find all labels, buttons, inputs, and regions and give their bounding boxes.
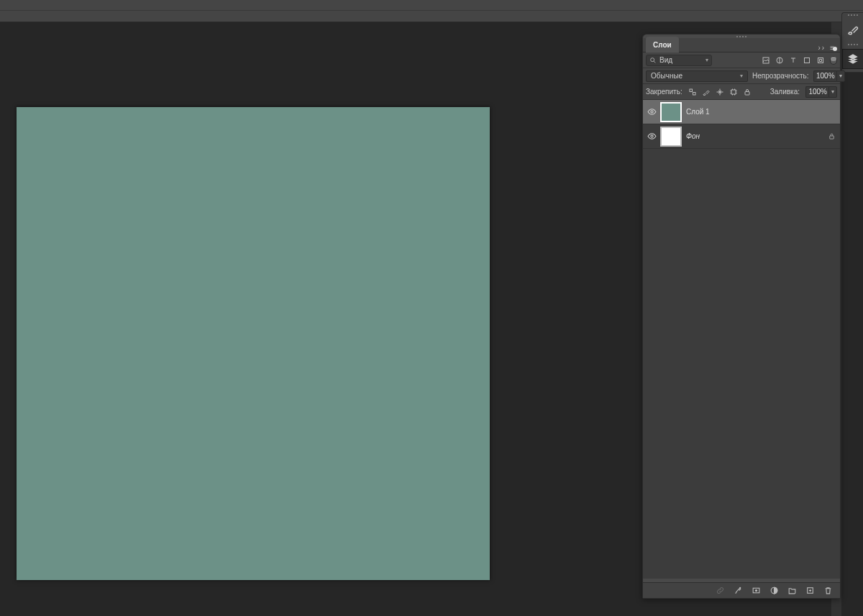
opacity-label: Непрозрачность:: [752, 72, 809, 80]
filter-row: ▾: [643, 52, 840, 68]
tab-layers[interactable]: Слои: [646, 37, 679, 52]
filter-smartobject-icon[interactable]: [816, 56, 825, 65]
lock-icon: [828, 132, 836, 140]
svg-rect-6: [693, 92, 695, 95]
layers-panel-icon[interactable]: [842, 49, 863, 69]
lock-transparency-icon[interactable]: [688, 88, 697, 96]
indicator-dot-icon: [833, 47, 837, 51]
lock-row: Закрепить: Заливка: ▾: [643, 84, 840, 100]
visibility-toggle[interactable]: [643, 132, 660, 141]
lock-brush-icon[interactable]: [702, 88, 711, 96]
menu-bar: [0, 3, 863, 10]
document-canvas[interactable]: [17, 107, 490, 580]
layer-filter-input[interactable]: [659, 56, 703, 64]
adjustment-layer-icon[interactable]: [770, 586, 779, 595]
layer-style-icon[interactable]: [734, 586, 743, 595]
new-layer-icon[interactable]: [805, 586, 815, 595]
brush-panel-icon[interactable]: [842, 19, 863, 40]
svg-point-14: [755, 589, 757, 592]
lock-label: Закрепить:: [646, 88, 682, 96]
svg-point-12: [740, 587, 741, 588]
filter-toggle[interactable]: [830, 56, 837, 65]
lock-artboard-icon[interactable]: [729, 88, 738, 96]
layer-thumbnail[interactable]: [660, 127, 682, 147]
opacity-slider-toggle[interactable]: ▾: [836, 70, 845, 82]
layer-lock-indicator: [823, 132, 840, 140]
filter-shape-icon[interactable]: [803, 56, 811, 65]
blend-mode-select[interactable]: Обычные ▾: [646, 70, 748, 82]
options-bar: [0, 10, 863, 22]
svg-rect-7: [731, 90, 736, 94]
eye-icon: [647, 107, 657, 116]
layer-mask-icon[interactable]: [752, 586, 761, 595]
visibility-toggle[interactable]: [643, 107, 660, 116]
svg-point-10: [650, 135, 652, 137]
panel-tab-row: Слои › › ≡: [643, 38, 840, 52]
svg-point-9: [650, 111, 652, 113]
layer-name[interactable]: Слой 1: [686, 108, 823, 116]
group-icon[interactable]: [787, 586, 797, 595]
opacity-input[interactable]: [813, 70, 836, 82]
svg-rect-8: [745, 91, 749, 95]
layer-name[interactable]: Фон: [686, 132, 823, 140]
eye-icon: [647, 132, 657, 141]
collapse-double-chevron-icon[interactable]: › ›: [818, 44, 824, 52]
lock-all-icon[interactable]: [743, 88, 752, 96]
svg-rect-5: [690, 89, 693, 92]
delete-layer-icon[interactable]: [823, 586, 833, 595]
layer-row[interactable]: Слой 1: [643, 100, 840, 124]
layers-panel: Слои › › ≡ ▾ Обычные ▾ Непрозрачность:: [642, 34, 841, 599]
chevron-down-icon: ▾: [740, 73, 743, 79]
fill-slider-toggle[interactable]: ▾: [828, 86, 837, 98]
link-layers-icon[interactable]: [716, 586, 725, 595]
collapsed-panel-strip: [841, 12, 863, 73]
panel-bottom-toolbar: [643, 582, 840, 598]
blend-row: Обычные ▾ Непрозрачность: ▾: [643, 68, 840, 84]
layer-thumbnail[interactable]: [660, 102, 682, 122]
svg-rect-11: [829, 136, 834, 139]
fill-input[interactable]: [805, 86, 828, 98]
layers-list: Слой 1 Фон: [643, 100, 840, 579]
svg-rect-3: [805, 58, 810, 63]
lock-position-icon[interactable]: [716, 88, 724, 96]
filter-type-icon[interactable]: [789, 56, 798, 65]
filter-adjustment-icon[interactable]: [775, 56, 784, 65]
svg-point-0: [651, 58, 654, 61]
layer-row[interactable]: Фон: [643, 124, 840, 149]
svg-rect-4: [818, 58, 823, 63]
fill-label: Заливка:: [770, 88, 800, 96]
chevron-down-icon[interactable]: ▾: [706, 57, 708, 63]
search-icon: [649, 57, 657, 64]
layer-filter-select[interactable]: ▾: [646, 55, 712, 66]
blend-mode-value: Обычные: [651, 72, 682, 80]
filter-pixel-icon[interactable]: [762, 56, 770, 65]
